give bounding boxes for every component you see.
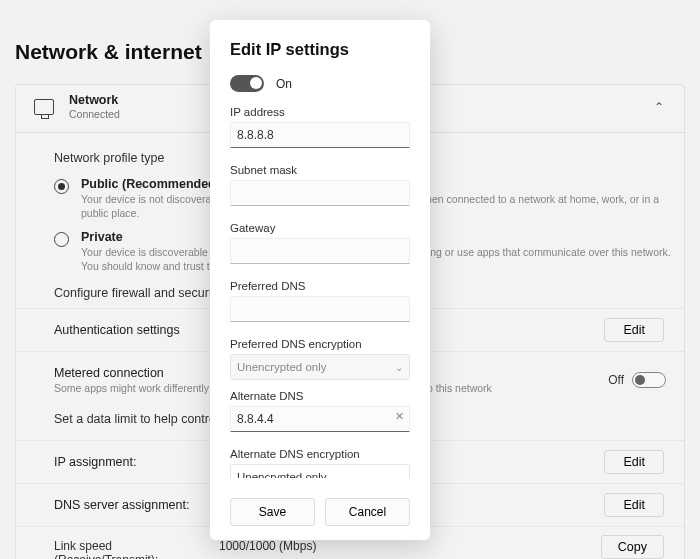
breadcrumb-title: Network & internet [15, 40, 202, 64]
clear-icon[interactable]: ✕ [395, 410, 404, 423]
gateway-input[interactable] [230, 238, 410, 264]
network-status: Connected [69, 108, 120, 120]
radio-icon [54, 179, 69, 194]
radio-icon [54, 232, 69, 247]
preferred-dns-encryption-select[interactable]: Unencrypted only ⌄ [230, 354, 410, 380]
save-button[interactable]: Save [230, 498, 315, 526]
ip-address-input[interactable] [230, 122, 410, 148]
select-value: Unencrypted only [237, 361, 327, 373]
preferred-dns-encryption-label: Preferred DNS encryption [230, 338, 410, 350]
preferred-dns-input[interactable] [230, 296, 410, 322]
edit-button[interactable]: Edit [604, 450, 664, 474]
alternate-dns-label: Alternate DNS [230, 390, 410, 402]
edit-button[interactable]: Edit [604, 318, 664, 342]
ip-assign-label: IP assignment: [54, 455, 219, 469]
chevron-down-icon: ⌄ [395, 362, 403, 373]
prop-label: Link speed (Receive/Transmit): [54, 539, 219, 559]
toggle-on-icon [230, 75, 264, 92]
preferred-dns-label: Preferred DNS [230, 280, 410, 292]
chevron-up-icon: ⌃ [654, 100, 664, 114]
dns-assign-label: DNS server assignment: [54, 498, 219, 512]
monitor-icon [34, 99, 54, 115]
metered-toggle[interactable]: Off [608, 372, 666, 388]
prop-value: 1000/1000 (Mbps) [219, 539, 316, 559]
auth-label: Authentication settings [54, 323, 219, 337]
subnet-mask-input[interactable] [230, 180, 410, 206]
toggle-pill-icon [632, 372, 666, 388]
select-value: Unencrypted only [237, 471, 327, 478]
edit-ip-dialog: Edit IP settings On IP address Subnet ma… [210, 20, 430, 540]
manual-toggle[interactable]: On [230, 75, 410, 92]
toggle-off-label: Off [608, 373, 624, 387]
gateway-label: Gateway [230, 222, 410, 234]
network-name: Network [69, 93, 120, 107]
subnet-mask-label: Subnet mask [230, 164, 410, 176]
edit-button[interactable]: Edit [604, 493, 664, 517]
dialog-title: Edit IP settings [230, 40, 410, 59]
chevron-down-icon: ⌄ [395, 472, 403, 479]
alternate-dns-encryption-select[interactable]: Unencrypted only ⌄ [230, 464, 410, 478]
copy-button[interactable]: Copy [601, 535, 664, 559]
ip-address-label: IP address [230, 106, 410, 118]
cancel-button[interactable]: Cancel [325, 498, 410, 526]
toggle-on-label: On [276, 77, 292, 91]
alternate-dns-input[interactable] [230, 406, 410, 432]
alternate-dns-encryption-label: Alternate DNS encryption [230, 448, 410, 460]
